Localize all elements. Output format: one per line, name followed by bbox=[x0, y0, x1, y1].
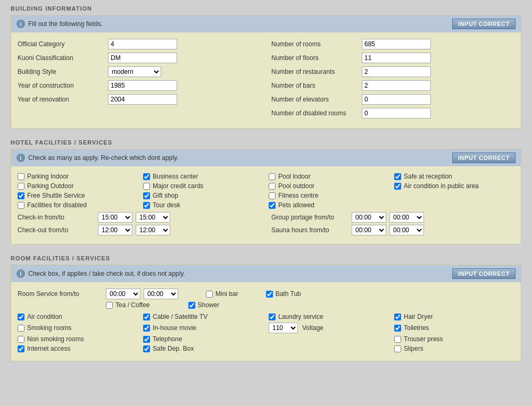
toiletries-item: Toiletries bbox=[394, 323, 514, 333]
sauna-hours-row: Sauna hours from/to 00:0012:0015:00 00:0… bbox=[271, 225, 514, 235]
room-input-correct-button[interactable]: INPUT CORRECT bbox=[452, 268, 516, 279]
number-elevators-input[interactable] bbox=[362, 94, 431, 105]
voltage-select[interactable]: 110220 bbox=[269, 323, 298, 333]
mini-bar-checkbox[interactable] bbox=[206, 291, 213, 298]
fitness-centre-label: Fitness centre bbox=[278, 192, 318, 199]
air-condition-room-checkbox[interactable] bbox=[18, 314, 24, 320]
air-condition-room-label: Air condition bbox=[27, 313, 62, 320]
safe-dep-box-checkbox[interactable] bbox=[143, 345, 150, 352]
group-portage-to-select[interactable]: 00:0012:0015:00 bbox=[389, 212, 424, 223]
parking-indoor-checkbox[interactable] bbox=[18, 173, 24, 180]
sauna-hours-label: Sauna hours from/to bbox=[271, 226, 348, 234]
room-service-from-select[interactable]: 00:0012:00 bbox=[106, 289, 140, 299]
pool-indoor-checkbox[interactable] bbox=[269, 173, 276, 180]
number-disabled-rooms-input[interactable] bbox=[362, 108, 431, 119]
room-service-to-select[interactable]: 00:0012:00 bbox=[144, 289, 178, 299]
number-bars-row: Number of bars bbox=[271, 80, 514, 91]
checkin-to-select[interactable]: 15:0000:0012:00 bbox=[136, 212, 170, 223]
bath-tub-item: Bath Tub bbox=[266, 290, 301, 298]
smoking-rooms-item: Smoking rooms bbox=[18, 323, 138, 333]
hotel-facilities-box: i Check as many as apply. Re-check which… bbox=[11, 149, 521, 244]
facilities-disabled-item: Facilities for disabled bbox=[18, 201, 138, 209]
bath-tub-checkbox[interactable] bbox=[266, 291, 273, 298]
official-category-label: Official Category bbox=[18, 40, 108, 48]
info-icon: i bbox=[16, 20, 25, 28]
pets-allowed-label: Pets allowed bbox=[278, 201, 314, 209]
business-center-label: Business center bbox=[153, 173, 198, 180]
safe-dep-box-item: Safe Dep. Box bbox=[143, 345, 263, 352]
hotel-input-correct-button[interactable]: INPUT CORRECT bbox=[452, 153, 516, 163]
laundry-service-checkbox[interactable] bbox=[269, 314, 276, 320]
trouser-press-checkbox[interactable] bbox=[394, 336, 401, 343]
year-construction-label: Year of construction bbox=[18, 82, 108, 89]
major-credit-cards-label: Major credit cards bbox=[153, 182, 203, 190]
parking-outdoor-checkbox[interactable] bbox=[18, 183, 24, 190]
hotel-info-bar: i Check as many as apply. Re-check which… bbox=[11, 149, 521, 166]
gift-shop-checkbox[interactable] bbox=[143, 192, 150, 199]
building-right-col: Number of rooms Number of floors Number … bbox=[271, 39, 514, 122]
free-shuttle-label: Free Shuttle Service bbox=[27, 192, 85, 199]
non-smoking-rooms-item: Non smoking rooms bbox=[18, 335, 138, 343]
number-restaurants-input[interactable] bbox=[362, 66, 431, 77]
slipers-label: Slipers bbox=[404, 345, 423, 352]
number-rooms-input[interactable] bbox=[362, 39, 431, 49]
slipers-checkbox[interactable] bbox=[394, 345, 401, 352]
inhouse-movie-checkbox[interactable] bbox=[143, 325, 150, 332]
number-restaurants-label: Number of restaurants bbox=[271, 68, 362, 75]
non-smoking-rooms-checkbox[interactable] bbox=[18, 336, 24, 343]
toiletries-checkbox[interactable] bbox=[394, 325, 401, 332]
tea-coffee-checkbox[interactable] bbox=[106, 302, 113, 309]
building-input-correct-button[interactable]: INPUT CORRECT bbox=[452, 19, 516, 29]
safe-dep-box-label: Safe Dep. Box bbox=[153, 345, 194, 352]
major-credit-cards-checkbox[interactable] bbox=[143, 183, 150, 190]
year-construction-row: Year of construction bbox=[18, 80, 261, 91]
checkout-from-select[interactable]: 12:0000:0015:00 bbox=[98, 225, 132, 235]
bath-tub-label: Bath Tub bbox=[276, 290, 301, 298]
tour-desk-checkbox[interactable] bbox=[143, 202, 150, 209]
safe-reception-label: Safe at reception bbox=[404, 173, 452, 180]
free-shuttle-checkbox[interactable] bbox=[18, 192, 24, 199]
smoking-rooms-checkbox[interactable] bbox=[18, 325, 24, 332]
number-disabled-rooms-row: Number of disabled rooms bbox=[271, 108, 514, 119]
facilities-disabled-checkbox[interactable] bbox=[18, 202, 24, 209]
room-info-bar: i Check box, if applies / take check out… bbox=[11, 265, 521, 282]
shower-checkbox[interactable] bbox=[188, 302, 195, 309]
fitness-centre-checkbox[interactable] bbox=[269, 192, 276, 199]
safe-reception-checkbox[interactable] bbox=[394, 173, 401, 180]
sauna-from-select[interactable]: 00:0012:0015:00 bbox=[352, 225, 386, 235]
building-style-row: Building Style modern classic contempora… bbox=[18, 66, 261, 77]
sauna-to-select[interactable]: 00:0012:0015:00 bbox=[389, 225, 424, 235]
checkout-to-select[interactable]: 12:0000:0015:00 bbox=[136, 225, 170, 235]
kuoni-classification-label: Kuoni Classification bbox=[18, 54, 108, 62]
number-rooms-row: Number of rooms bbox=[271, 39, 514, 49]
room-check-grid: Air condition Cable / Satelitte TV Laund… bbox=[11, 313, 521, 352]
internet-access-checkbox[interactable] bbox=[18, 345, 24, 352]
cable-tv-item: Cable / Satelitte TV bbox=[143, 313, 263, 320]
year-construction-input[interactable] bbox=[108, 80, 177, 91]
number-elevators-label: Number of elevators bbox=[271, 96, 362, 103]
slipers-item: Slipers bbox=[394, 345, 514, 352]
toiletries-label: Toiletries bbox=[404, 324, 429, 332]
tour-desk-item: Tour desk bbox=[143, 201, 263, 209]
telephone-checkbox[interactable] bbox=[143, 336, 150, 343]
checkin-from-select[interactable]: 15:0000:0012:00 bbox=[98, 212, 132, 223]
kuoni-classification-input[interactable] bbox=[108, 53, 177, 63]
number-bars-input[interactable] bbox=[362, 80, 431, 91]
building-style-select[interactable]: modern classic contemporary traditional bbox=[108, 66, 161, 77]
number-floors-input[interactable] bbox=[362, 53, 431, 63]
empty-room1 bbox=[269, 335, 389, 343]
hair-dryer-checkbox[interactable] bbox=[394, 314, 401, 320]
pool-outdoor-checkbox[interactable] bbox=[269, 183, 276, 190]
air-condition-public-label: Air condition in public area bbox=[404, 182, 479, 190]
pets-allowed-checkbox[interactable] bbox=[269, 202, 276, 209]
business-center-checkbox[interactable] bbox=[143, 173, 150, 180]
group-portage-from-select[interactable]: 00:0012:0015:00 bbox=[352, 212, 386, 223]
year-renovation-input[interactable] bbox=[108, 94, 177, 105]
laundry-service-item: Laundry service bbox=[269, 313, 389, 320]
air-condition-public-checkbox[interactable] bbox=[394, 183, 401, 190]
official-category-input[interactable] bbox=[108, 39, 177, 49]
number-restaurants-row: Number of restaurants bbox=[271, 66, 514, 77]
building-info-text: Fill out the following fields. bbox=[28, 20, 103, 28]
cable-tv-checkbox[interactable] bbox=[143, 314, 150, 320]
room-facilities-title: ROOM FACILITIES / SERVICES bbox=[11, 255, 521, 261]
